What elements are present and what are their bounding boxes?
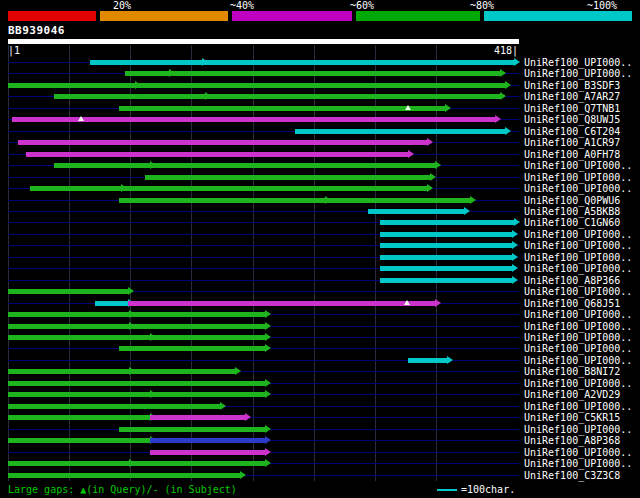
hit-label[interactable]: UniRef100_UPI000.. xyxy=(524,447,632,458)
hit-label[interactable]: UniRef100_Q8UWJ5 xyxy=(524,114,620,125)
alignment-segment[interactable] xyxy=(8,438,150,443)
alignment-segment[interactable] xyxy=(129,369,235,374)
alignment-segment[interactable] xyxy=(205,94,500,99)
alignment-segment[interactable] xyxy=(8,289,128,294)
alignment-segment[interactable] xyxy=(8,392,150,397)
hit-label[interactable]: UniRef100_A8P368 xyxy=(524,435,620,446)
hit-label[interactable]: UniRef100_UPI000.. xyxy=(524,172,632,183)
alignment-segment[interactable] xyxy=(169,71,499,76)
alignment-segment[interactable] xyxy=(119,106,444,111)
alignment-row xyxy=(8,470,520,481)
alignment-row xyxy=(8,126,520,137)
hit-label[interactable]: UniRef100_B8NI72 xyxy=(524,366,620,377)
alignment-segment[interactable] xyxy=(18,140,428,145)
hit-label[interactable]: UniRef100_UPI000.. xyxy=(524,57,632,68)
alignment-segment[interactable] xyxy=(380,232,512,237)
alignment-segment[interactable] xyxy=(129,461,265,466)
alignment-segment[interactable] xyxy=(295,129,504,134)
alignment-segment[interactable] xyxy=(380,243,512,248)
hit-label[interactable]: UniRef100_UPI000.. xyxy=(524,263,632,274)
hit-label[interactable]: UniRef100_Q68J51 xyxy=(524,298,620,309)
hit-label[interactable]: UniRef100_C6T204 xyxy=(524,126,620,137)
hit-label[interactable]: UniRef100_UPI000.. xyxy=(524,309,632,320)
hit-label[interactable]: UniRef100_UPI000.. xyxy=(524,252,632,263)
alignment-segment[interactable] xyxy=(8,312,129,317)
hit-label[interactable]: UniRef100_UPI000.. xyxy=(524,68,632,79)
alignment-segment[interactable] xyxy=(30,186,121,191)
hit-label[interactable]: UniRef100_C3Z3C8 xyxy=(524,470,620,481)
alignment-segment[interactable] xyxy=(380,255,512,260)
alignment-segment[interactable] xyxy=(54,94,204,99)
alignment-segment[interactable] xyxy=(8,381,265,386)
alignment-segment[interactable] xyxy=(8,83,135,88)
alignment-segment[interactable] xyxy=(380,266,512,271)
alignment-segment[interactable] xyxy=(8,473,240,478)
hit-label[interactable]: UniRef100_A2VD29 xyxy=(524,389,620,400)
alignment-segment[interactable] xyxy=(150,335,265,340)
hit-label[interactable]: UniRef100_UPI000.. xyxy=(524,401,632,412)
hit-label[interactable]: UniRef100_UPI000.. xyxy=(524,343,632,354)
hit-label[interactable]: UniRef100_A5BKB8 xyxy=(524,206,620,217)
alignment-segment[interactable] xyxy=(95,301,128,306)
alignment-segment[interactable] xyxy=(119,198,324,203)
hit-label[interactable]: UniRef100_UPI000.. xyxy=(524,286,632,297)
hit-label[interactable]: UniRef100_A0FH78 xyxy=(524,149,620,160)
alignment-segment[interactable] xyxy=(8,461,129,466)
alignment-segment[interactable] xyxy=(8,404,220,409)
hit-label[interactable]: UniRef100_Q7TNB1 xyxy=(524,103,620,114)
alignment-segment[interactable] xyxy=(150,163,435,168)
alignment-segment[interactable] xyxy=(26,152,408,157)
hit-label[interactable]: UniRef100_UPI000.. xyxy=(524,229,632,240)
segment-arrowhead-icon xyxy=(265,344,271,352)
hit-label[interactable]: UniRef100_C5KR15 xyxy=(524,412,620,423)
hit-label[interactable]: UniRef100_UPI000.. xyxy=(524,332,632,343)
alignment-segment[interactable] xyxy=(129,312,265,317)
segment-arrowhead-icon xyxy=(514,218,520,226)
segment-arrowhead-icon xyxy=(514,58,520,66)
alignment-segment[interactable] xyxy=(202,60,514,65)
hit-label[interactable]: UniRef100_UPI000.. xyxy=(524,321,632,332)
segment-arrowhead-icon xyxy=(265,390,271,398)
alignment-segment[interactable] xyxy=(380,278,512,283)
alignment-row xyxy=(8,206,520,217)
alignment-segment[interactable] xyxy=(150,450,265,455)
hit-label[interactable]: UniRef100_UPI000.. xyxy=(524,160,632,171)
alignment-segment[interactable] xyxy=(8,335,150,340)
hit-label[interactable]: UniRef100_C1GN60 xyxy=(524,217,620,228)
segment-arrowhead-icon xyxy=(265,310,271,318)
hit-label[interactable]: UniRef100_UPI000.. xyxy=(524,458,632,469)
hit-label[interactable]: UniRef100_Q0PWU6 xyxy=(524,195,620,206)
hit-label[interactable]: UniRef100_A7AR27 xyxy=(524,91,620,102)
hit-label[interactable]: UniRef100_UPI000.. xyxy=(524,355,632,366)
alignment-segment[interactable] xyxy=(119,346,265,351)
alignment-segment[interactable] xyxy=(150,392,265,397)
hit-label[interactable]: UniRef100_A1CR97 xyxy=(524,137,620,148)
alignment-segment[interactable] xyxy=(119,427,265,432)
alignment-segment[interactable] xyxy=(8,369,129,374)
alignment-segment[interactable] xyxy=(380,220,515,225)
alignment-row xyxy=(8,275,520,286)
alignment-segment[interactable] xyxy=(8,415,150,420)
alignment-segment[interactable] xyxy=(135,83,504,88)
query-bar xyxy=(8,39,519,44)
alignment-segment[interactable] xyxy=(8,324,129,329)
alignment-segment[interactable] xyxy=(150,438,265,443)
alignment-segment[interactable] xyxy=(150,415,245,420)
hit-label[interactable]: UniRef100_UPI000.. xyxy=(524,183,632,194)
alignment-segment[interactable] xyxy=(54,163,149,168)
alignment-segment[interactable] xyxy=(128,301,435,306)
alignment-segment[interactable] xyxy=(90,60,203,65)
hit-label[interactable]: UniRef100_UPI000.. xyxy=(524,378,632,389)
alignment-segment[interactable] xyxy=(408,358,447,363)
alignment-segment[interactable] xyxy=(368,209,465,214)
alignment-segment[interactable] xyxy=(125,71,169,76)
hit-label[interactable]: UniRef100_A8P366 xyxy=(524,275,620,286)
hit-label[interactable]: UniRef100_B3SDF3 xyxy=(524,80,620,91)
alignment-segment[interactable] xyxy=(325,198,471,203)
alignment-segment[interactable] xyxy=(121,186,428,191)
hit-label[interactable]: UniRef100_UPI000.. xyxy=(524,240,632,251)
hit-label[interactable]: UniRef100_UPI000.. xyxy=(524,424,632,435)
alignment-row xyxy=(8,366,520,377)
alignment-segment[interactable] xyxy=(129,324,265,329)
alignment-segment[interactable] xyxy=(145,175,430,180)
